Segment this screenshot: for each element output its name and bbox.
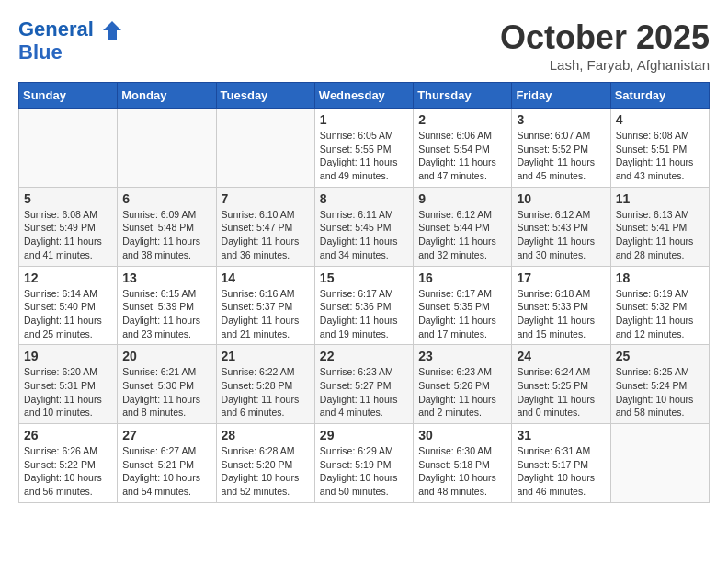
- day-info: Sunrise: 6:12 AM Sunset: 5:43 PM Dayligh…: [517, 208, 605, 262]
- day-info: Sunrise: 6:21 AM Sunset: 5:30 PM Dayligh…: [122, 365, 210, 419]
- svg-marker-0: [103, 21, 121, 40]
- weekday-header-monday: Monday: [118, 83, 216, 109]
- calendar-cell: 24Sunrise: 6:24 AM Sunset: 5:25 PM Dayli…: [512, 345, 610, 424]
- weekday-header-sunday: Sunday: [19, 83, 118, 109]
- weekday-header-friday: Friday: [512, 83, 610, 109]
- day-info: Sunrise: 6:10 AM Sunset: 5:47 PM Dayligh…: [222, 208, 310, 262]
- page-header: General Blue October 2025 Lash, Faryab, …: [18, 18, 710, 73]
- day-number: 9: [418, 191, 506, 206]
- calendar-cell: 15Sunrise: 6:17 AM Sunset: 5:36 PM Dayli…: [314, 266, 413, 345]
- calendar-cell: 29Sunrise: 6:29 AM Sunset: 5:19 PM Dayli…: [314, 424, 413, 503]
- calendar-cell: 2Sunrise: 6:06 AM Sunset: 5:54 PM Daylig…: [414, 109, 512, 188]
- calendar-cell: 5Sunrise: 6:08 AM Sunset: 5:49 PM Daylig…: [19, 187, 118, 266]
- weekday-header-wednesday: Wednesday: [314, 83, 413, 109]
- day-info: Sunrise: 6:24 AM Sunset: 5:25 PM Dayligh…: [517, 365, 605, 419]
- day-number: 7: [222, 191, 310, 206]
- day-number: 15: [320, 270, 408, 285]
- calendar-cell: 12Sunrise: 6:14 AM Sunset: 5:40 PM Dayli…: [19, 266, 118, 345]
- day-info: Sunrise: 6:29 AM Sunset: 5:19 PM Dayligh…: [320, 444, 408, 499]
- location: Lash, Faryab, Afghanistan: [500, 57, 710, 73]
- day-number: 16: [418, 270, 506, 285]
- calendar-cell: 27Sunrise: 6:27 AM Sunset: 5:21 PM Dayli…: [118, 424, 216, 503]
- day-number: 30: [418, 428, 506, 442]
- day-info: Sunrise: 6:12 AM Sunset: 5:44 PM Dayligh…: [418, 208, 506, 262]
- day-number: 29: [320, 428, 408, 442]
- day-number: 1: [320, 112, 408, 127]
- day-info: Sunrise: 6:31 AM Sunset: 5:17 PM Dayligh…: [517, 444, 605, 499]
- logo: General Blue: [18, 18, 123, 63]
- calendar-cell: 30Sunrise: 6:30 AM Sunset: 5:18 PM Dayli…: [414, 424, 512, 503]
- day-number: 24: [517, 349, 605, 363]
- calendar-cell: [610, 424, 709, 503]
- calendar-cell: 31Sunrise: 6:31 AM Sunset: 5:17 PM Dayli…: [512, 424, 610, 503]
- day-info: Sunrise: 6:20 AM Sunset: 5:31 PM Dayligh…: [24, 365, 112, 419]
- day-number: 4: [616, 112, 704, 127]
- day-info: Sunrise: 6:17 AM Sunset: 5:36 PM Dayligh…: [320, 287, 408, 341]
- day-number: 27: [122, 428, 210, 442]
- day-info: Sunrise: 6:08 AM Sunset: 5:51 PM Dayligh…: [616, 129, 704, 183]
- calendar-cell: 18Sunrise: 6:19 AM Sunset: 5:32 PM Dayli…: [610, 266, 709, 345]
- day-number: 5: [24, 191, 112, 206]
- calendar-cell: 22Sunrise: 6:23 AM Sunset: 5:27 PM Dayli…: [314, 345, 413, 424]
- day-info: Sunrise: 6:26 AM Sunset: 5:22 PM Dayligh…: [24, 444, 112, 499]
- calendar-cell: 28Sunrise: 6:28 AM Sunset: 5:20 PM Dayli…: [216, 424, 314, 503]
- day-number: 31: [517, 428, 605, 442]
- day-number: 12: [24, 270, 112, 285]
- calendar-cell: 21Sunrise: 6:22 AM Sunset: 5:28 PM Dayli…: [216, 345, 314, 424]
- day-info: Sunrise: 6:25 AM Sunset: 5:24 PM Dayligh…: [616, 365, 704, 419]
- calendar-cell: [118, 109, 216, 188]
- day-info: Sunrise: 6:28 AM Sunset: 5:20 PM Dayligh…: [222, 444, 310, 499]
- calendar-cell: [216, 109, 314, 188]
- day-info: Sunrise: 6:13 AM Sunset: 5:41 PM Dayligh…: [616, 208, 704, 262]
- day-info: Sunrise: 6:16 AM Sunset: 5:37 PM Dayligh…: [222, 287, 310, 341]
- day-number: 13: [122, 270, 210, 285]
- calendar-cell: 25Sunrise: 6:25 AM Sunset: 5:24 PM Dayli…: [610, 345, 709, 424]
- calendar-week-5: 26Sunrise: 6:26 AM Sunset: 5:22 PM Dayli…: [19, 424, 710, 503]
- day-number: 11: [616, 191, 704, 206]
- day-info: Sunrise: 6:15 AM Sunset: 5:39 PM Dayligh…: [122, 287, 210, 341]
- day-number: 20: [122, 349, 210, 363]
- weekday-header-tuesday: Tuesday: [216, 83, 314, 109]
- day-info: Sunrise: 6:06 AM Sunset: 5:54 PM Dayligh…: [418, 129, 506, 183]
- calendar-cell: 26Sunrise: 6:26 AM Sunset: 5:22 PM Dayli…: [19, 424, 118, 503]
- day-info: Sunrise: 6:23 AM Sunset: 5:26 PM Dayligh…: [418, 365, 506, 419]
- calendar-cell: 1Sunrise: 6:05 AM Sunset: 5:55 PM Daylig…: [314, 109, 413, 188]
- calendar-cell: 11Sunrise: 6:13 AM Sunset: 5:41 PM Dayli…: [610, 187, 709, 266]
- day-info: Sunrise: 6:22 AM Sunset: 5:28 PM Dayligh…: [222, 365, 310, 419]
- weekday-header-saturday: Saturday: [610, 83, 709, 109]
- day-info: Sunrise: 6:17 AM Sunset: 5:35 PM Dayligh…: [418, 287, 506, 341]
- calendar-cell: 17Sunrise: 6:18 AM Sunset: 5:33 PM Dayli…: [512, 266, 610, 345]
- day-info: Sunrise: 6:14 AM Sunset: 5:40 PM Dayligh…: [24, 287, 112, 341]
- title-block: October 2025 Lash, Faryab, Afghanistan: [500, 18, 710, 73]
- day-info: Sunrise: 6:11 AM Sunset: 5:45 PM Dayligh…: [320, 208, 408, 262]
- calendar-cell: 6Sunrise: 6:09 AM Sunset: 5:48 PM Daylig…: [118, 187, 216, 266]
- calendar-cell: 14Sunrise: 6:16 AM Sunset: 5:37 PM Dayli…: [216, 266, 314, 345]
- day-number: 25: [616, 349, 704, 363]
- day-number: 17: [517, 270, 605, 285]
- calendar-week-4: 19Sunrise: 6:20 AM Sunset: 5:31 PM Dayli…: [19, 345, 710, 424]
- day-number: 19: [24, 349, 112, 363]
- calendar-cell: [19, 109, 118, 188]
- day-number: 6: [122, 191, 210, 206]
- weekday-header-thursday: Thursday: [414, 83, 512, 109]
- day-info: Sunrise: 6:23 AM Sunset: 5:27 PM Dayligh…: [320, 365, 408, 419]
- calendar-cell: 10Sunrise: 6:12 AM Sunset: 5:43 PM Dayli…: [512, 187, 610, 266]
- day-number: 28: [222, 428, 310, 442]
- day-number: 23: [418, 349, 506, 363]
- calendar-cell: 23Sunrise: 6:23 AM Sunset: 5:26 PM Dayli…: [414, 345, 512, 424]
- day-number: 3: [517, 112, 605, 127]
- calendar-cell: 19Sunrise: 6:20 AM Sunset: 5:31 PM Dayli…: [19, 345, 118, 424]
- day-number: 8: [320, 191, 408, 206]
- calendar-cell: 8Sunrise: 6:11 AM Sunset: 5:45 PM Daylig…: [314, 187, 413, 266]
- calendar-cell: 7Sunrise: 6:10 AM Sunset: 5:47 PM Daylig…: [216, 187, 314, 266]
- day-number: 2: [418, 112, 506, 127]
- day-number: 21: [222, 349, 310, 363]
- day-info: Sunrise: 6:08 AM Sunset: 5:49 PM Dayligh…: [24, 208, 112, 262]
- day-number: 14: [222, 270, 310, 285]
- day-info: Sunrise: 6:19 AM Sunset: 5:32 PM Dayligh…: [616, 287, 704, 341]
- calendar-week-2: 5Sunrise: 6:08 AM Sunset: 5:49 PM Daylig…: [19, 187, 710, 266]
- day-info: Sunrise: 6:30 AM Sunset: 5:18 PM Dayligh…: [418, 444, 506, 499]
- calendar-cell: 20Sunrise: 6:21 AM Sunset: 5:30 PM Dayli…: [118, 345, 216, 424]
- day-number: 10: [517, 191, 605, 206]
- month-title: October 2025: [500, 18, 710, 57]
